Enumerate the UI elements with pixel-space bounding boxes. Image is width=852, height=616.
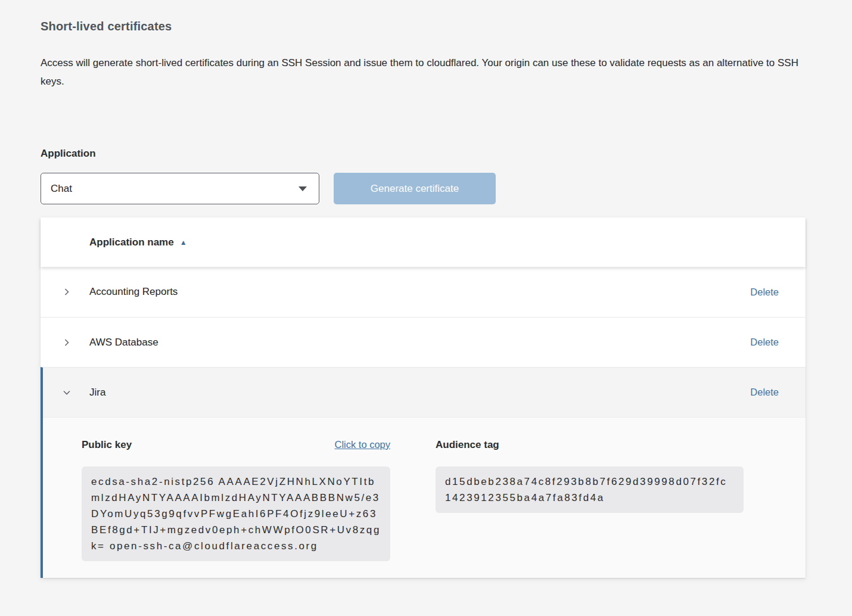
sort-ascending-icon[interactable]: ▲ [180, 239, 187, 246]
application-row-name: AWS Database [89, 337, 158, 349]
delete-link[interactable]: Delete [750, 287, 779, 298]
table-row[interactable]: Accounting Reports Delete [41, 267, 806, 317]
certificates-table: Application name ▲ Accounting Reports De… [41, 217, 806, 578]
page-description: Access will generate short-lived certifi… [41, 54, 803, 91]
page-title: Short-lived certificates [41, 20, 806, 33]
public-key-column: Public key Click to copy ecdsa-sha2-nist… [82, 439, 390, 561]
table-row-expanded[interactable]: Jira Delete [43, 368, 806, 418]
expanded-row-region: Jira Delete Public key Click to copy ecd… [41, 367, 806, 578]
application-row-name: Accounting Reports [89, 286, 178, 298]
delete-link[interactable]: Delete [750, 337, 779, 348]
table-row[interactable]: AWS Database Delete [41, 317, 806, 367]
table-header-row: Application name ▲ [41, 217, 806, 267]
audience-tag-value[interactable]: d15dbeb238a74c8f293b8b7f629d39998d07f32f… [436, 466, 744, 513]
public-key-label: Public key [82, 439, 132, 451]
application-select[interactable]: Chat [41, 173, 319, 204]
generate-certificate-button[interactable]: Generate certificate [334, 173, 496, 204]
delete-link[interactable]: Delete [750, 387, 779, 398]
certificate-controls: Chat Generate certificate [41, 173, 806, 204]
application-name-column-header[interactable]: Application name [89, 237, 174, 248]
audience-tag-label: Audience tag [436, 439, 499, 451]
chevron-right-icon[interactable] [60, 285, 74, 299]
application-row-name: Jira [89, 387, 105, 399]
click-to-copy-link[interactable]: Click to copy [334, 439, 390, 450]
chevron-right-icon[interactable] [60, 335, 74, 350]
audience-tag-column: Audience tag d15dbeb238a74c8f293b8b7f629… [436, 439, 744, 513]
caret-down-icon [298, 186, 307, 191]
public-key-value[interactable]: ecdsa-sha2-nistp256 AAAAE2VjZHNhLXNoYTIt… [82, 466, 390, 561]
short-lived-certificates-page: Short-lived certificates Access will gen… [0, 0, 852, 578]
application-field-label: Application [41, 148, 806, 160]
certificate-detail-panel: Public key Click to copy ecdsa-sha2-nist… [43, 418, 806, 578]
chevron-down-icon[interactable] [60, 385, 74, 400]
application-select-value: Chat [51, 183, 72, 195]
